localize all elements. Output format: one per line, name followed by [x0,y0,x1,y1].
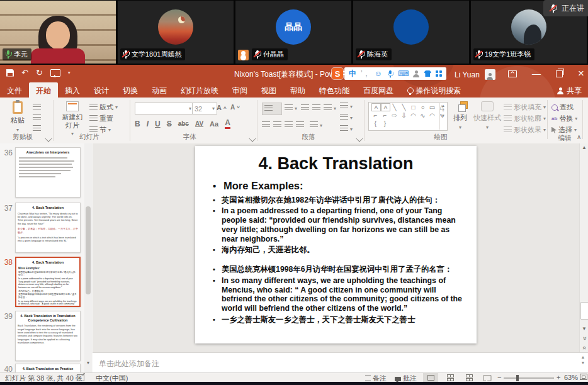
undo-icon[interactable]: ↶ [21,68,28,77]
find-button[interactable]: 查找 [551,103,574,112]
ime-punctuation-icon[interactable]: ’， [361,69,370,79]
participant-tile-zhouyanran[interactable]: 文学1801周嫣然 [118,1,234,64]
align-center-icon[interactable] [273,121,281,129]
normal-view-button[interactable] [423,373,438,382]
tab-baidu-netdisk[interactable]: 百度网盘 [356,82,400,98]
tab-slideshow[interactable]: 幻灯片放映 [174,82,225,98]
notes-placeholder[interactable]: 单击此处添加备注 [99,359,159,369]
zoom-slider[interactable] [504,377,554,379]
tab-file[interactable]: 文件 [0,82,29,98]
shape-line2-icon[interactable]: ╲ [400,104,408,111]
shape-arrow-down-icon[interactable]: ⇩ [400,112,408,119]
italic-icon[interactable]: I [147,120,149,128]
shape-oval-icon[interactable]: ○ [419,104,427,111]
thumbnail-slide-40[interactable]: 4. Back Translation as Practice [15,364,81,372]
strikethrough-icon[interactable]: S [167,120,172,128]
shape-line-icon[interactable]: ╲ [390,104,399,111]
shape-elbow-arrow-icon[interactable]: ⌐ [381,112,389,119]
thumbnail-slide-38-selected[interactable]: 4. Back Translation More Examples: 英国首相撒… [15,257,81,307]
increase-indent-icon[interactable] [312,104,320,112]
tell-me-search[interactable]: 操作说明搜索 [400,82,468,98]
shape-outline-button[interactable]: 形状轮廓▾ [504,114,546,123]
layout-button[interactable]: 版式▾ [89,103,118,112]
paragraph-dialog-launcher[interactable] [356,135,363,142]
character-spacing-icon[interactable]: AV [195,120,203,127]
ime-skin-icon[interactable] [424,70,431,77]
slide-title[interactable]: 4. Back Translation [201,154,470,174]
save-icon[interactable] [6,69,14,77]
collapse-ribbon-icon[interactable]: ∧ [577,133,582,382]
shape-arrow-right-icon[interactable]: ⇨ [390,112,399,119]
shapes-gallery[interactable]: A A ╲ ╲ □ ○ ▭ △ ⌐ ⌐ ⇨ ⇩ ◠ ∿ ◠ ∿ { } ▲▼▼ [368,102,448,131]
zoom-out-icon[interactable]: − [497,374,501,381]
share-button[interactable]: 共享 [557,86,582,96]
thumbnail-scrollbar[interactable]: ▼ [84,143,92,372]
decrease-indent-icon[interactable] [301,104,309,112]
close-icon[interactable]: × [578,67,584,80]
bold-icon[interactable]: B [135,120,140,128]
convert-smartart-icon[interactable]: ▾ [340,125,353,133]
bullets-selected-box[interactable] [262,103,282,115]
shrink-font-icon[interactable]: A˅ [230,104,240,111]
align-right-icon[interactable] [285,121,293,129]
shape-brace-right-icon[interactable]: } [381,120,389,127]
new-slide-button[interactable]: 新建幻灯片 ▾ [58,101,87,137]
shape-rectangle-icon[interactable]: □ [409,104,417,111]
shape-fill-button[interactable]: 形状填充▾ [504,103,546,112]
tab-review[interactable]: 审阅 [225,82,254,98]
participant-tile-chenhaiying[interactable]: 陈海英 [353,1,469,64]
slideshow-view-button[interactable] [480,373,495,382]
participant-tile-fujingjing[interactable]: 晶晶 付晶晶 [235,1,351,64]
slide[interactable]: 4. Back Translation •More Examples: •英国首… [195,146,477,343]
start-slideshow-icon[interactable] [50,69,60,77]
tab-insert[interactable]: 插入 [58,82,87,98]
font-size-select[interactable]: 32▾ [192,103,217,114]
reading-view-button[interactable] [461,373,476,382]
account-name[interactable]: Li Yuan [455,70,480,79]
shape-brace-left-icon[interactable]: { [371,120,380,127]
minimize-icon[interactable]: — [532,69,541,79]
slide-editing-area[interactable]: 4. Back Translation •More Examples: •英国首… [93,143,579,352]
tab-design[interactable]: 设计 [87,82,116,98]
slide-body[interactable]: •More Examples: •英国首相撒切尔在她1982年访华讲话中引用了唐… [195,180,477,325]
tab-view[interactable]: 视图 [254,82,283,98]
ime-chinese-mode-icon[interactable]: 中 [349,69,356,79]
shape-scribble-icon[interactable]: ∿ [419,112,427,119]
text-direction-icon[interactable]: ▾ [340,103,353,110]
reset-button[interactable]: 重置 [89,114,113,123]
thumbnail-slide-39[interactable]: 4. Back Translation in Translation Compe… [15,311,81,361]
underline-icon[interactable]: U [155,120,161,128]
restore-window-icon[interactable] [556,70,563,77]
ime-toolbox-icon[interactable] [436,70,442,77]
participant-tile-liyuan[interactable]: 李元 [0,1,116,64]
format-painter-icon[interactable] [33,125,41,133]
zoom-slider-thumb[interactable] [516,375,519,381]
font-name-select[interactable]: ▾ [135,103,194,114]
thumbnail-scroll-down-icon[interactable]: ▼ [84,360,92,365]
slide-sorter-view-button[interactable] [442,373,457,382]
ribbon-display-options-icon[interactable] [508,70,517,77]
emoji-icon[interactable]: ☺ [375,69,382,78]
notes-pane[interactable]: 单击此处添加备注 ▲ ▼ [93,352,588,373]
select-button[interactable]: 选择▾ [551,125,577,135]
tab-animations[interactable]: 动画 [145,82,174,98]
arrange-button[interactable]: 排列 ▾ [449,101,471,130]
customize-qat-icon[interactable]: ▾ [68,70,71,75]
shape-rounded-rect-icon[interactable]: ▭ [428,104,436,111]
justify-icon[interactable] [296,121,304,129]
grow-font-icon[interactable]: A˄ [217,104,227,111]
shape-effects-button[interactable]: 形状效果▾ [504,125,546,135]
copy-icon[interactable] [33,114,41,122]
thumbnail-slide-37[interactable]: 4. Back Translation Chairman Mao has wri… [15,203,81,253]
redo-icon[interactable]: ↻ [36,68,43,77]
shape-textbox-icon[interactable]: A [371,103,381,111]
columns-icon[interactable]: ▾ [310,121,322,129]
ime-account-icon[interactable] [413,70,419,77]
align-text-icon[interactable]: ▾ [340,114,353,121]
change-case-icon[interactable]: Aa [210,120,218,128]
thumbnail-slide-36[interactable]: Anecdotes on Interpreters [15,147,81,198]
gallery-scroll[interactable]: ▲▼▼ [439,103,446,130]
clear-formatting-icon[interactable]: abc [178,120,189,127]
tab-transitions[interactable]: 切换 [116,82,145,98]
line-spacing-icon[interactable]: ▾ [324,104,336,112]
